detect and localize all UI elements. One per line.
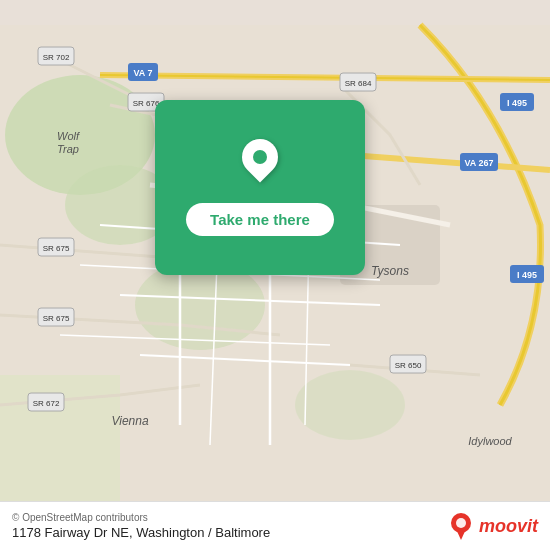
svg-point-4 bbox=[295, 370, 405, 440]
copyright-text: © OpenStreetMap contributors bbox=[12, 512, 270, 523]
popup-overlay: Take me there bbox=[155, 100, 365, 275]
svg-text:SR 702: SR 702 bbox=[43, 53, 70, 62]
address-text: 1178 Fairway Dr NE, Washington / Baltimo… bbox=[12, 525, 270, 540]
svg-text:SR 675: SR 675 bbox=[43, 244, 70, 253]
moovit-brand-text: moovit bbox=[479, 516, 538, 537]
svg-text:Idylwood: Idylwood bbox=[468, 435, 512, 447]
svg-text:Wolf: Wolf bbox=[57, 130, 80, 142]
svg-text:Trap: Trap bbox=[57, 143, 79, 155]
map-svg: VA 7 SR 702 SR 676 SR 684 I 495 I 495 VA… bbox=[0, 0, 550, 550]
bottom-bar: © OpenStreetMap contributors 1178 Fairwa… bbox=[0, 501, 550, 550]
svg-text:I 495: I 495 bbox=[507, 98, 527, 108]
svg-marker-36 bbox=[456, 529, 466, 540]
svg-text:Tysons: Tysons bbox=[371, 264, 409, 278]
svg-text:VA 267: VA 267 bbox=[464, 158, 493, 168]
map-container: VA 7 SR 702 SR 676 SR 684 I 495 I 495 VA… bbox=[0, 0, 550, 550]
svg-point-37 bbox=[456, 518, 466, 528]
location-pin bbox=[235, 132, 286, 183]
svg-text:Vienna: Vienna bbox=[111, 414, 148, 428]
moovit-icon bbox=[447, 512, 475, 540]
svg-text:SR 650: SR 650 bbox=[395, 361, 422, 370]
svg-text:SR 684: SR 684 bbox=[345, 79, 372, 88]
address-section: © OpenStreetMap contributors 1178 Fairwa… bbox=[12, 512, 270, 540]
svg-text:SR 675: SR 675 bbox=[43, 314, 70, 323]
moovit-logo: moovit bbox=[447, 512, 538, 540]
svg-text:SR 672: SR 672 bbox=[33, 399, 60, 408]
svg-text:VA 7: VA 7 bbox=[133, 68, 152, 78]
svg-text:I 495: I 495 bbox=[517, 270, 537, 280]
take-me-there-button[interactable]: Take me there bbox=[186, 203, 334, 236]
